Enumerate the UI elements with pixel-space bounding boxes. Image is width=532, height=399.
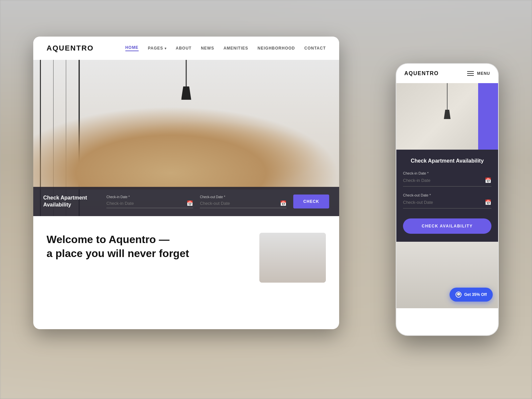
mobile-avail-title: Check Apartment Availability — [403, 158, 491, 165]
mobile-check-availability-button[interactable]: CHECK AVAILABILITY — [403, 218, 491, 234]
chat-bubble-icon: 💬 — [456, 292, 462, 298]
desktop-nav: AQUENTRO HOME PAGES ABOUT NEWS AMENITIES… — [33, 37, 339, 60]
nav-pages[interactable]: PAGES — [148, 46, 167, 51]
mobile-checkout-input[interactable] — [403, 200, 485, 205]
mobile-checkout-cal-icon: 📅 — [485, 199, 491, 205]
hero-area: Check ApartmentAvailability Check-in Dat… — [33, 60, 339, 216]
welcome-image — [259, 233, 326, 283]
lamp-decoration — [186, 60, 187, 100]
mobile-mockup: AQUENTRO MENU Check Apartment Availabili… — [396, 63, 499, 336]
mobile-checkin-input[interactable] — [403, 178, 485, 183]
nav-amenities[interactable]: AMENITIES — [223, 46, 248, 51]
availability-bar: Check ApartmentAvailability Check-in Dat… — [33, 187, 339, 216]
hamburger-icon — [467, 71, 474, 76]
desktop-avail-title: Check ApartmentAvailability — [43, 195, 100, 208]
nav-contact[interactable]: CONTACT — [304, 46, 326, 51]
checkout-label: Check-out Date * — [200, 195, 287, 199]
mobile-avail-section: Check Apartment Availability Check-in Da… — [396, 150, 498, 242]
checkin-calendar-icon: 📅 — [187, 200, 193, 206]
nav-news[interactable]: NEWS — [201, 46, 214, 51]
mobile-checkin-wrap[interactable]: 📅 — [403, 177, 491, 187]
checkout-field-group: Check-out Date * 📅 — [200, 195, 287, 208]
checkin-input-wrap[interactable]: 📅 — [106, 200, 193, 208]
nav-neighborhood[interactable]: NEIGHBORHOOD — [258, 46, 295, 51]
checkin-label: Check-in Date * — [106, 195, 193, 199]
checkin-field-group: Check-in Date * 📅 — [106, 195, 193, 208]
mobile-menu-trigger[interactable]: MENU — [467, 71, 490, 76]
check-availability-button[interactable]: CHECK — [293, 195, 329, 208]
mobile-menu-label: MENU — [477, 71, 490, 76]
welcome-text: Welcome to Aquentro — a place you will n… — [47, 233, 246, 283]
mobile-lamp-shade — [444, 110, 451, 119]
welcome-section: Welcome to Aquentro — a place you will n… — [33, 216, 339, 299]
checkout-calendar-icon: 📅 — [280, 200, 287, 206]
mobile-nav: AQUENTRO MENU — [396, 64, 498, 83]
mobile-checkin-cal-icon: 📅 — [485, 177, 491, 184]
get-offer-badge[interactable]: 💬 Get 35% Off — [450, 288, 493, 302]
mobile-logo: AQUENTRO — [404, 70, 439, 76]
checkout-input[interactable] — [200, 201, 280, 206]
mobile-checkout-wrap[interactable]: 📅 — [403, 199, 491, 208]
scene-wrapper: AQUENTRO HOME PAGES ABOUT NEWS AMENITIES… — [33, 37, 499, 362]
nav-about[interactable]: ABOUT — [176, 46, 192, 51]
desktop-mockup: AQUENTRO HOME PAGES ABOUT NEWS AMENITIES… — [33, 37, 339, 329]
checkin-input[interactable] — [106, 201, 187, 206]
mobile-bottom-image: 💬 Get 35% Off — [396, 242, 498, 308]
mobile-hero-image — [396, 83, 498, 150]
mobile-hero-purple-accent — [478, 83, 498, 150]
hero-furniture — [33, 106, 339, 190]
mobile-checkin-label: Check-in Date * — [403, 171, 491, 175]
mobile-lamp — [447, 83, 448, 110]
nav-home[interactable]: HOME — [125, 45, 139, 51]
offer-badge-text: Get 35% Off — [464, 292, 487, 297]
mobile-checkout-label: Check-out Date * — [403, 193, 491, 197]
welcome-heading: Welcome to Aquentro — a place you will n… — [47, 233, 246, 260]
nav-links: HOME PAGES ABOUT NEWS AMENITIES NEIGHBOR… — [125, 45, 326, 51]
desktop-logo: AQUENTRO — [47, 44, 94, 53]
checkout-input-wrap[interactable]: 📅 — [200, 200, 287, 208]
